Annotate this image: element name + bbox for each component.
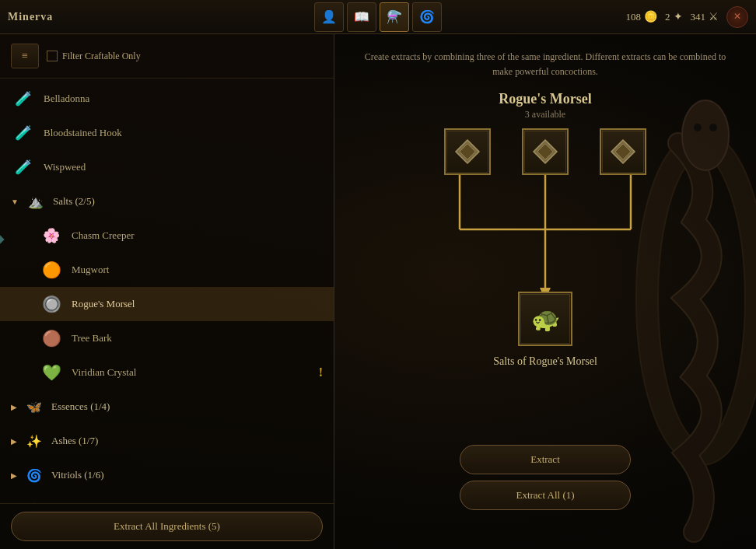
ashes-arrow: ▶ — [11, 437, 17, 446]
bloodstained-hook-label: Bloodstained Hook — [44, 127, 122, 139]
wispweed-icon: 🧪 — [11, 155, 36, 180]
book-nav-btn[interactable]: 📖 — [347, 2, 376, 32]
salts-icon: ⛰️ — [25, 191, 47, 212]
left-panel: ≡ Filter Craftable Only 🧪 Belladonna 🧪 B… — [0, 34, 334, 549]
svg-marker-5 — [456, 140, 479, 163]
svg-marker-6 — [460, 144, 475, 159]
checkbox-box — [47, 51, 58, 61]
svg-point-2 — [682, 100, 729, 170]
salts-arrow: ▼ — [11, 198, 19, 206]
currency3-value: 341 — [691, 11, 706, 23]
ingredient-list: 🧪 Belladonna 🧪 Bloodstained Hook 🧪 Wispw… — [0, 79, 334, 503]
extraction-diagram: 🐢 — [436, 128, 654, 346]
ingredient-slot-3[interactable] — [600, 128, 646, 175]
right-panel: Create extracts by combining three of th… — [334, 34, 756, 549]
currency2-icon: ✦ — [674, 10, 683, 23]
list-item[interactable]: 🌸 Chasm Creeper — [0, 219, 334, 253]
svg-marker-9 — [611, 140, 635, 163]
svg-point-3 — [694, 124, 702, 131]
mugwort-label: Mugwort — [72, 264, 109, 276]
ashes-icon: ✨ — [23, 430, 45, 452]
filter-bar: ≡ Filter Craftable Only — [0, 34, 334, 79]
list-item[interactable]: 🧪 Belladonna — [0, 82, 334, 116]
chasm-creeper-icon: 🌸 — [39, 223, 64, 248]
list-item[interactable]: 🧪 Bloodstained Hook — [0, 116, 334, 150]
gold-value: 108 — [626, 11, 642, 23]
extract-all-ingredients-button[interactable]: Extract All Ingredients (5) — [11, 512, 323, 541]
list-item[interactable]: 🟤 Tree Bark — [0, 321, 334, 355]
svg-point-4 — [709, 124, 717, 131]
belladonna-label: Belladonna — [44, 93, 89, 105]
essences-arrow: ▶ — [11, 403, 17, 411]
extract-button[interactable]: Extract — [460, 445, 631, 474]
vitriols-icon: 🌀 — [23, 464, 45, 486]
available-count: 3 available — [525, 109, 565, 121]
result-slot: 🐢 — [518, 292, 572, 346]
filter-label: Filter Craftable Only — [62, 51, 141, 62]
top-bar: Minerva 👤 📖 ⚗️ 🌀 108 🪙 2 ✦ 341 ⚔ ✕ — [0, 0, 756, 34]
currency2-value: 2 — [665, 11, 670, 23]
tree-bark-icon: 🟤 — [39, 326, 64, 351]
vitriols-arrow: ▶ — [11, 471, 17, 480]
ingredient-slot-1[interactable] — [444, 128, 491, 175]
wispweed-label: Wispweed — [44, 161, 86, 173]
belladonna-icon: 🧪 — [11, 86, 36, 111]
list-item[interactable]: 💚 Viridian Crystal ! — [0, 355, 334, 390]
main-content: ≡ Filter Craftable Only 🧪 Belladonna 🧪 B… — [0, 34, 756, 549]
rogues-morsel-icon: 🔘 — [39, 292, 64, 316]
list-item[interactable]: 🧪 Wispweed — [0, 150, 334, 184]
ingredient-slot-2[interactable] — [522, 128, 569, 175]
vitriols-label: Vitriols (1/6) — [51, 469, 103, 481]
filter-craftable-checkbox[interactable]: Filter Craftable Only — [47, 51, 141, 62]
ashes-label: Ashes (1/7) — [51, 435, 98, 447]
salts-label: Salts (2/5) — [53, 195, 95, 208]
svg-marker-10 — [615, 144, 631, 159]
currency2-stat: 2 ✦ — [665, 10, 683, 23]
viridian-crystal-label: Viridian Crystal — [72, 366, 136, 379]
gold-icon: 🪙 — [644, 10, 657, 23]
sort-button[interactable]: ≡ — [11, 44, 39, 68]
gold-stat: 108 🪙 — [626, 10, 658, 23]
rogues-morsel-item[interactable]: 🔘 Rogue's Morsel — [0, 287, 334, 321]
essences-category[interactable]: ▶ 🦋 Essences (1/4) — [0, 390, 334, 424]
viridian-crystal-icon: 💚 — [39, 360, 64, 385]
bloodstained-hook-icon: 🧪 — [11, 121, 36, 145]
salts-category[interactable]: ▼ ⛰️ Salts (2/5) — [0, 184, 334, 219]
stats-area: 108 🪙 2 ✦ 341 ⚔ ✕ — [626, 6, 749, 28]
alert-icon: ! — [319, 365, 323, 379]
close-button[interactable]: ✕ — [726, 6, 748, 28]
mugwort-icon: 🟠 — [39, 257, 64, 282]
swirl-nav-btn[interactable]: 🌀 — [412, 2, 442, 32]
svg-marker-7 — [534, 140, 557, 163]
suspensions-category[interactable]: ▶ 💠 Suspensions (0/4) — [0, 492, 334, 503]
tree-bark-label: Tree Bark — [72, 332, 112, 344]
person-nav-btn[interactable]: 👤 — [314, 2, 344, 32]
essences-icon: 🦋 — [23, 396, 45, 418]
extract-all-button[interactable]: Extract All (1) — [460, 481, 631, 510]
rogues-morsel-label: Rogue's Morsel — [72, 298, 135, 310]
top-nav: 👤 📖 ⚗️ 🌀 — [314, 2, 442, 32]
chasm-creeper-label: Chasm Creeper — [72, 229, 135, 242]
ingredient-slots-row — [444, 128, 646, 175]
essences-label: Essences (1/4) — [51, 400, 110, 413]
description-text: Create extracts by combining three of th… — [334, 34, 756, 87]
bottom-bar: Extract All Ingredients (5) — [0, 503, 334, 549]
ashes-category[interactable]: ▶ ✨ Ashes (1/7) — [0, 424, 334, 458]
extract-buttons-area: Extract Extract All (1) — [460, 445, 631, 510]
window-title: Minerva — [8, 11, 53, 23]
vitriols-category[interactable]: ▶ 🌀 Vitriols (1/6) — [0, 458, 334, 492]
list-item[interactable]: 🟠 Mugwort — [0, 253, 334, 287]
flask-nav-btn[interactable]: ⚗️ — [380, 2, 409, 32]
currency3-stat: 341 ⚔ — [691, 10, 719, 23]
svg-marker-8 — [537, 144, 553, 159]
selected-ingredient-title: Rogue's Morsel — [499, 91, 591, 107]
result-slot-container: 🐢 — [518, 292, 572, 346]
currency3-icon: ⚔ — [709, 10, 719, 23]
